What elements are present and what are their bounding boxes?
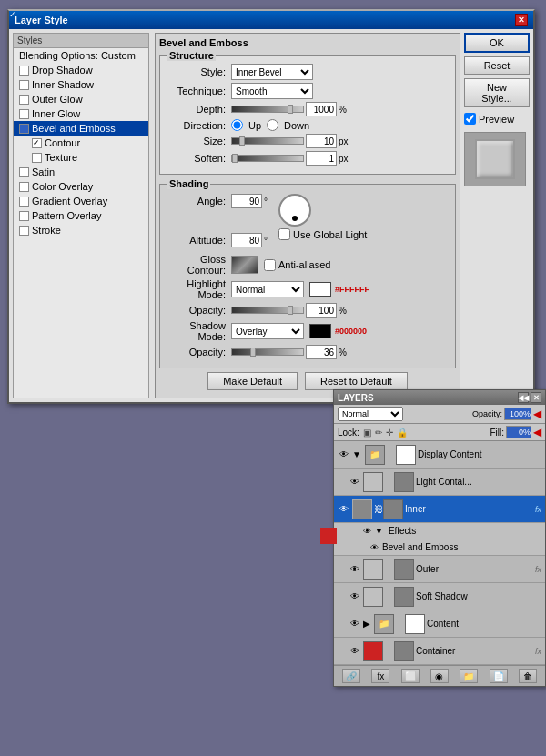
visibility-icon-content[interactable]: 👁 xyxy=(349,618,361,630)
soften-slider[interactable] xyxy=(231,155,304,162)
new-layer-button[interactable]: 📄 xyxy=(490,669,508,683)
size-input[interactable] xyxy=(306,134,337,148)
sidebar-item-texture[interactable]: Texture xyxy=(14,150,148,165)
link-layers-button[interactable]: 🔗 xyxy=(342,669,360,683)
size-slider-thumb[interactable] xyxy=(239,136,245,146)
sidebar-item-outer-glow[interactable]: Outer Glow xyxy=(14,92,148,106)
sidebar-item-stroke[interactable]: Stroke xyxy=(14,223,148,237)
close-button[interactable]: ✕ xyxy=(515,14,528,26)
visibility-icon-display[interactable]: 👁 xyxy=(338,449,350,461)
effects-eye-icon[interactable]: 👁 xyxy=(363,527,371,536)
layer-row-display-content[interactable]: 👁 ▼ 📁 Display Content xyxy=(334,441,545,469)
layer-row-light-contain[interactable]: 👁 Light Contai... xyxy=(334,469,545,496)
inner-thumb xyxy=(352,499,372,519)
stroke-checkbox[interactable] xyxy=(19,226,29,236)
delete-layer-button[interactable]: 🗑 xyxy=(519,669,537,683)
anti-aliased-row: Anti-aliased xyxy=(264,259,330,271)
fill-input[interactable] xyxy=(506,426,531,438)
lock-all-icon[interactable]: 🔒 xyxy=(397,428,408,438)
lock-position-icon[interactable]: ✛ xyxy=(386,428,393,438)
soften-input[interactable] xyxy=(306,151,337,166)
ok-button[interactable]: OK xyxy=(464,33,530,53)
soften-slider-thumb[interactable] xyxy=(232,154,238,163)
sidebar-item-blending[interactable]: Blending Options: Custom xyxy=(14,48,148,63)
sidebar-item-satin[interactable]: Satin xyxy=(14,165,148,179)
visibility-icon-container[interactable]: 👁 xyxy=(349,645,361,658)
add-layer-style-button[interactable]: fx xyxy=(371,669,389,683)
pattern-overlay-label: Pattern Overlay xyxy=(32,210,101,221)
layer-row-content[interactable]: 👁 ▶ 📁 Content xyxy=(334,610,545,638)
texture-checkbox[interactable] xyxy=(32,153,42,163)
anti-aliased-checkbox[interactable] xyxy=(264,259,276,271)
direction-up-radio[interactable] xyxy=(231,119,243,131)
layers-close-button[interactable]: ✕ xyxy=(531,392,541,403)
use-global-light-checkbox[interactable] xyxy=(278,228,290,240)
effects-expand-icon[interactable]: ▼ xyxy=(375,527,383,536)
layer-row-outer[interactable]: 👁 Outer fx xyxy=(334,556,545,583)
lock-transparent-icon[interactable]: ▣ xyxy=(363,428,371,438)
sidebar-item-bevel-emboss[interactable]: Bevel and Emboss xyxy=(14,121,148,136)
new-fill-layer-button[interactable]: ◉ xyxy=(430,669,449,683)
content-expand-icon[interactable]: ▶ xyxy=(363,619,370,629)
depth-input[interactable] xyxy=(306,102,337,116)
color-overlay-checkbox[interactable] xyxy=(19,182,29,192)
drop-shadow-checkbox[interactable] xyxy=(19,66,29,76)
sidebar-item-gradient-overlay[interactable]: Gradient Overlay xyxy=(14,194,148,208)
make-default-button[interactable]: Make Default xyxy=(207,372,298,390)
gloss-contour-preview[interactable] xyxy=(231,256,258,274)
gradient-overlay-checkbox[interactable] xyxy=(19,197,29,207)
shadow-mode-select[interactable]: Overlay Normal Multiply xyxy=(231,323,304,339)
layer-row-inner[interactable]: 👁 ⛓ Inner fx xyxy=(334,496,545,523)
bevel-emboss-checkbox[interactable] xyxy=(19,124,29,134)
angle-input[interactable] xyxy=(231,194,262,208)
highlight-color-swatch[interactable] xyxy=(309,282,331,297)
inner-shadow-checkbox[interactable] xyxy=(19,80,29,90)
highlight-opacity-thumb[interactable] xyxy=(288,306,293,315)
sidebar-item-color-overlay[interactable]: Color Overlay xyxy=(14,179,148,194)
add-mask-button[interactable]: ⬜ xyxy=(401,669,420,683)
visibility-icon-outer[interactable]: 👁 xyxy=(349,563,361,576)
shadow-opacity-input[interactable] xyxy=(306,345,337,359)
sidebar-item-inner-shadow[interactable]: Inner Shadow xyxy=(14,77,148,92)
lock-image-icon[interactable]: ✏ xyxy=(375,428,382,438)
visibility-icon-light[interactable]: 👁 xyxy=(349,476,361,489)
depth-slider-thumb[interactable] xyxy=(288,105,293,114)
shadow-opacity-thumb[interactable] xyxy=(250,348,256,357)
technique-select[interactable]: Smooth Chisel Hard Chisel Soft xyxy=(231,83,313,99)
size-slider[interactable] xyxy=(231,137,304,145)
satin-checkbox[interactable] xyxy=(19,167,29,177)
sidebar-item-pattern-overlay[interactable]: Pattern Overlay xyxy=(14,208,148,223)
folder-expand-icon[interactable]: ▼ xyxy=(352,449,361,459)
inner-glow-checkbox[interactable] xyxy=(19,109,29,119)
highlight-opacity-slider[interactable] xyxy=(231,307,304,314)
preview-checkbox[interactable] xyxy=(464,113,476,125)
depth-slider[interactable] xyxy=(231,106,304,113)
blend-mode-select[interactable]: Normal Multiply Screen xyxy=(338,407,403,421)
reset-to-default-button[interactable]: Reset to Default xyxy=(305,372,408,390)
angle-dial[interactable] xyxy=(278,194,311,227)
shadow-opacity-slider[interactable] xyxy=(231,348,304,356)
shadow-color-swatch[interactable] xyxy=(309,324,331,338)
visibility-icon-soft-shadow[interactable]: 👁 xyxy=(349,590,361,603)
sidebar-item-drop-shadow[interactable]: Drop Shadow xyxy=(14,63,148,77)
direction-down-radio[interactable] xyxy=(267,119,278,131)
highlight-opacity-input[interactable] xyxy=(306,303,337,318)
sidebar-item-inner-glow[interactable]: Inner Glow xyxy=(14,106,148,121)
bevel-effect-eye-icon[interactable]: 👁 xyxy=(370,543,379,552)
opacity-input[interactable] xyxy=(504,408,531,420)
highlight-mode-select[interactable]: Normal Overlay xyxy=(231,281,304,297)
layers-collapse-button[interactable]: ◀◀ xyxy=(518,392,529,403)
layer-row-container[interactable]: 👁 Container fx xyxy=(334,638,545,665)
contour-checkbox[interactable] xyxy=(32,138,42,148)
visibility-icon-inner[interactable]: 👁 xyxy=(338,503,350,516)
altitude-input[interactable] xyxy=(231,233,262,247)
pattern-overlay-checkbox[interactable] xyxy=(19,211,29,221)
reset-button[interactable]: Reset xyxy=(464,56,530,75)
layer-row-soft-shadow[interactable]: 👁 Soft Shadow xyxy=(334,583,545,610)
sidebar-item-contour[interactable]: Contour xyxy=(14,136,148,150)
new-group-button[interactable]: 📁 xyxy=(460,669,478,683)
outer-glow-checkbox[interactable] xyxy=(19,95,29,105)
style-select[interactable]: Inner Bevel Outer Bevel Emboss xyxy=(231,64,313,80)
new-style-button[interactable]: New Style... xyxy=(464,78,530,107)
anti-aliased-label: Anti-aliased xyxy=(278,259,330,270)
